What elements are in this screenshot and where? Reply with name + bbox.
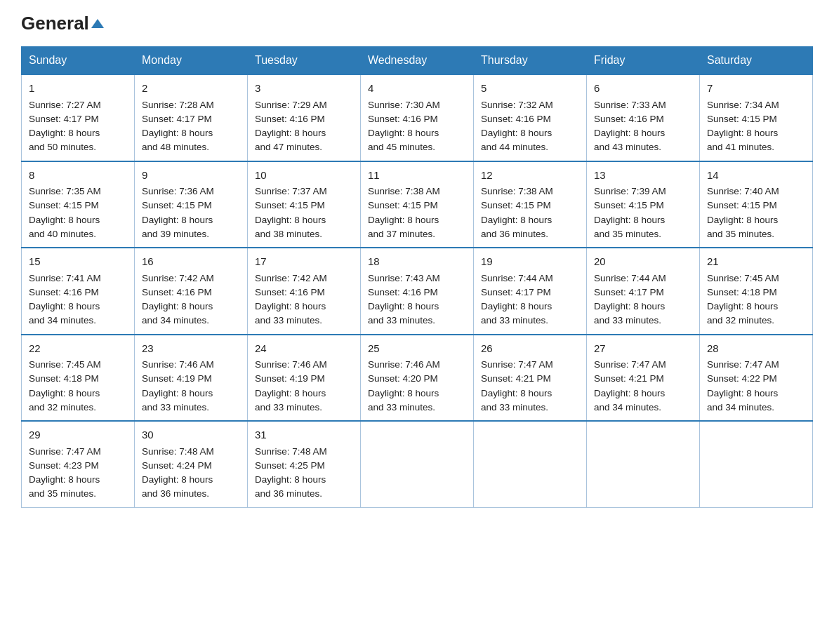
sunset-info: Sunset: 4:15 PM [594,200,664,210]
day-number: 16 [142,254,240,270]
calendar-cell [361,421,474,507]
calendar-cell: 22Sunrise: 7:45 AMSunset: 4:18 PMDayligh… [22,335,135,422]
daylight-minutes: and 36 minutes. [255,488,322,499]
daylight-info: Daylight: 8 hours [142,215,213,225]
daylight-minutes: and 34 minutes. [594,402,661,412]
sunrise-info: Sunrise: 7:44 AM [594,273,666,283]
calendar-cell: 9Sunrise: 7:36 AMSunset: 4:15 PMDaylight… [135,161,248,248]
day-number: 4 [368,81,466,97]
daylight-minutes: and 35 minutes. [29,488,96,499]
day-header-friday: Friday [587,47,700,75]
daylight-minutes: and 33 minutes. [142,402,209,412]
daylight-info: Daylight: 8 hours [255,128,326,138]
week-row-4: 22Sunrise: 7:45 AMSunset: 4:18 PMDayligh… [22,335,813,422]
sunrise-info: Sunrise: 7:38 AM [481,186,553,196]
sunset-info: Sunset: 4:15 PM [29,200,99,210]
daylight-info: Daylight: 8 hours [707,215,778,225]
calendar-cell: 8Sunrise: 7:35 AMSunset: 4:15 PMDaylight… [22,161,135,248]
sunset-info: Sunset: 4:21 PM [594,373,664,384]
sunrise-info: Sunrise: 7:39 AM [594,186,666,196]
daylight-minutes: and 36 minutes. [481,229,548,239]
sunrise-info: Sunrise: 7:38 AM [368,186,440,196]
week-row-1: 1Sunrise: 7:27 AMSunset: 4:17 PMDaylight… [22,74,813,161]
day-number: 11 [368,168,466,184]
days-header-row: SundayMondayTuesdayWednesdayThursdayFrid… [22,47,813,75]
daylight-info: Daylight: 8 hours [368,388,439,398]
daylight-info: Daylight: 8 hours [481,215,552,225]
sunset-info: Sunset: 4:15 PM [255,200,325,210]
day-header-wednesday: Wednesday [361,47,474,75]
daylight-info: Daylight: 8 hours [29,388,100,398]
calendar-cell [587,421,700,507]
daylight-minutes: and 45 minutes. [368,142,435,152]
day-number: 23 [142,341,240,357]
day-number: 30 [142,427,240,443]
day-number: 17 [255,254,353,270]
day-header-tuesday: Tuesday [248,47,361,75]
calendar-cell: 16Sunrise: 7:42 AMSunset: 4:16 PMDayligh… [135,248,248,335]
day-number: 3 [255,81,353,97]
sunset-info: Sunset: 4:16 PM [255,287,325,297]
calendar-cell: 28Sunrise: 7:47 AMSunset: 4:22 PMDayligh… [700,335,813,422]
daylight-info: Daylight: 8 hours [707,301,778,311]
sunrise-info: Sunrise: 7:47 AM [707,359,779,370]
logo-general: General [21,14,104,32]
calendar-cell [700,421,813,507]
sunrise-info: Sunrise: 7:47 AM [481,359,553,370]
sunset-info: Sunset: 4:16 PM [29,287,99,297]
sunrise-info: Sunrise: 7:35 AM [29,186,101,196]
week-row-3: 15Sunrise: 7:41 AMSunset: 4:16 PMDayligh… [22,248,813,335]
sunset-info: Sunset: 4:15 PM [481,200,551,210]
sunset-info: Sunset: 4:15 PM [142,200,212,210]
calendar-cell: 30Sunrise: 7:48 AMSunset: 4:24 PMDayligh… [135,421,248,507]
sunrise-info: Sunrise: 7:37 AM [255,186,327,196]
sunrise-info: Sunrise: 7:43 AM [368,273,440,283]
calendar-cell: 7Sunrise: 7:34 AMSunset: 4:15 PMDaylight… [700,74,813,161]
day-number: 15 [29,254,127,270]
sunrise-info: Sunrise: 7:42 AM [255,273,327,283]
daylight-info: Daylight: 8 hours [368,301,439,311]
daylight-minutes: and 43 minutes. [594,142,661,152]
day-number: 29 [29,427,127,443]
sunrise-info: Sunrise: 7:34 AM [707,100,779,110]
sunset-info: Sunset: 4:16 PM [481,114,551,124]
daylight-minutes: and 33 minutes. [594,315,661,326]
daylight-info: Daylight: 8 hours [594,215,665,225]
calendar-cell: 5Sunrise: 7:32 AMSunset: 4:16 PMDaylight… [474,74,587,161]
day-number: 18 [368,254,466,270]
daylight-minutes: and 39 minutes. [142,229,209,239]
calendar-cell: 27Sunrise: 7:47 AMSunset: 4:21 PMDayligh… [587,335,700,422]
sunset-info: Sunset: 4:15 PM [368,200,438,210]
day-number: 7 [707,81,805,97]
day-number: 21 [707,254,805,270]
daylight-minutes: and 33 minutes. [481,402,548,412]
calendar-cell: 13Sunrise: 7:39 AMSunset: 4:15 PMDayligh… [587,161,700,248]
sunset-info: Sunset: 4:24 PM [142,460,212,471]
daylight-minutes: and 38 minutes. [255,229,322,239]
sunrise-info: Sunrise: 7:27 AM [29,100,101,110]
daylight-info: Daylight: 8 hours [481,388,552,398]
daylight-info: Daylight: 8 hours [255,388,326,398]
sunrise-info: Sunrise: 7:48 AM [142,446,214,457]
sunrise-info: Sunrise: 7:28 AM [142,100,214,110]
day-number: 5 [481,81,579,97]
sunset-info: Sunset: 4:22 PM [707,373,777,384]
day-number: 10 [255,168,353,184]
calendar-cell: 31Sunrise: 7:48 AMSunset: 4:25 PMDayligh… [248,421,361,507]
daylight-minutes: and 44 minutes. [481,142,548,152]
calendar-cell: 29Sunrise: 7:47 AMSunset: 4:23 PMDayligh… [22,421,135,507]
logo-text: General [21,14,104,32]
sunset-info: Sunset: 4:16 PM [594,114,664,124]
daylight-minutes: and 34 minutes. [29,315,96,326]
day-number: 26 [481,341,579,357]
sunrise-info: Sunrise: 7:45 AM [29,359,101,370]
daylight-info: Daylight: 8 hours [594,301,665,311]
sunset-info: Sunset: 4:19 PM [142,373,212,384]
day-number: 6 [594,81,692,97]
week-row-2: 8Sunrise: 7:35 AMSunset: 4:15 PMDaylight… [22,161,813,248]
calendar-cell: 11Sunrise: 7:38 AMSunset: 4:15 PMDayligh… [361,161,474,248]
day-number: 1 [29,81,127,97]
calendar-cell: 12Sunrise: 7:38 AMSunset: 4:15 PMDayligh… [474,161,587,248]
daylight-minutes: and 40 minutes. [29,229,96,239]
sunset-info: Sunset: 4:15 PM [707,200,777,210]
